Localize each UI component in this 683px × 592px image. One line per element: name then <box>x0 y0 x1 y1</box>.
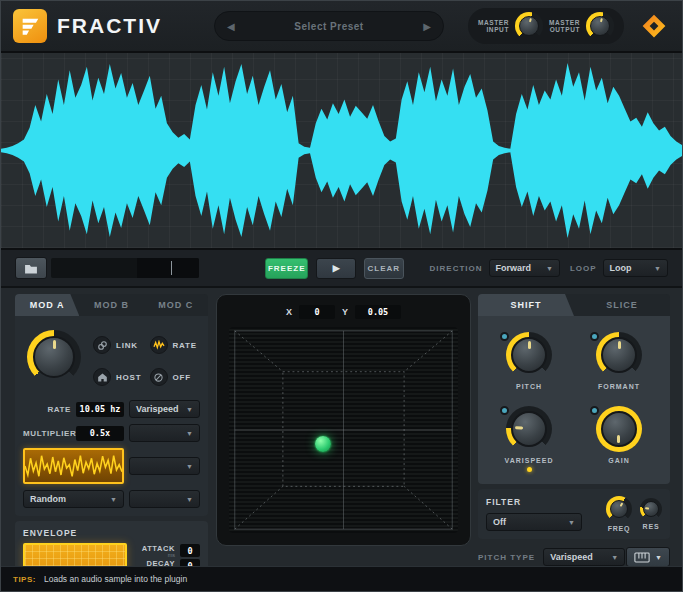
varispeed-cell: VARISPEED <box>484 400 574 472</box>
mod-tabs: MOD A MOD B MOD C <box>15 294 208 316</box>
header-bar: FRACTIV ◀ Select Preset ▶ MASTERINPUT MA… <box>1 1 682 53</box>
y-label: Y <box>342 307 348 317</box>
pitch-type-select[interactable]: Varispeed ▼ <box>543 548 625 566</box>
chevron-down-icon: ▼ <box>654 265 661 272</box>
shift-panel: PITCH FORMANT VARISPEED <box>478 316 670 484</box>
master-input-knob[interactable] <box>515 12 543 40</box>
chevron-down-icon: ▼ <box>186 496 193 503</box>
pitch-mod-indicator[interactable] <box>500 332 509 341</box>
main-area: MOD A MOD B MOD C LINK <box>1 288 682 562</box>
transport-bar: FREEZE ▶ CLEAR DIRECTION Forward ▼ LOOP … <box>1 250 682 288</box>
play-button[interactable]: ▶ <box>316 258 356 279</box>
sample-display[interactable] <box>51 258 199 278</box>
preset-next-icon[interactable]: ▶ <box>423 21 431 32</box>
tips-label: TIPS: <box>13 575 36 584</box>
gain-mod-indicator[interactable] <box>590 406 599 415</box>
multiplier-label: MULTIPLIER <box>23 429 71 438</box>
preset-label[interactable]: Select Preset <box>294 21 363 32</box>
y-value[interactable]: 0.05 <box>355 305 401 319</box>
tab-mod-b[interactable]: MOD B <box>79 294 143 316</box>
brand-diamond-icon <box>638 10 670 42</box>
mod-host-button[interactable]: HOST <box>93 368 144 386</box>
varispeed-led <box>527 467 532 472</box>
keyboard-mode-button[interactable]: ▼ <box>626 547 670 567</box>
folder-icon <box>24 263 38 274</box>
chevron-down-icon: ▼ <box>655 554 662 561</box>
tab-shift[interactable]: SHIFT <box>478 294 574 316</box>
master-input-label: MASTERINPUT <box>478 19 509 34</box>
clear-button[interactable]: CLEAR <box>364 258 404 279</box>
res-knob[interactable] <box>640 498 662 520</box>
res-cell: RES <box>640 498 662 530</box>
filter-title: FILTER <box>486 497 598 507</box>
shift-tabs: SHIFT SLICE <box>478 294 670 316</box>
waveform-shape <box>1 63 682 238</box>
direction-label: DIRECTION <box>430 264 483 273</box>
mod-target-select-2[interactable]: ▼ <box>129 457 200 475</box>
mod-shape-wave <box>25 456 122 476</box>
mod-rate-knob[interactable] <box>27 330 81 384</box>
chevron-down-icon: ▼ <box>110 496 117 503</box>
waveform-display[interactable] <box>1 53 682 250</box>
app-title: FRACTIV <box>57 14 162 38</box>
freq-knob[interactable] <box>606 496 632 522</box>
varispeed-knob[interactable] <box>506 406 552 452</box>
x-label: X <box>286 307 292 317</box>
mod-shape-select[interactable]: Random▼ <box>23 490 124 508</box>
rate-value[interactable]: 10.05 hz <box>76 402 124 417</box>
xy-pad[interactable] <box>229 327 458 533</box>
tab-slice[interactable]: SLICE <box>574 294 670 316</box>
preset-prev-icon[interactable]: ◀ <box>227 21 235 32</box>
direction-select[interactable]: Forward ▼ <box>489 259 560 277</box>
off-slash-icon <box>150 368 168 386</box>
mod-panel: LINK RATE HOST <box>15 316 208 516</box>
filter-type-select[interactable]: Off ▼ <box>486 513 582 531</box>
tips-text: Loads an audio sample into the plugin <box>44 574 187 584</box>
xy-ball[interactable] <box>315 436 331 452</box>
mod-target-select-3[interactable]: ▼ <box>129 490 200 508</box>
attack-value[interactable]: 0 <box>180 544 200 557</box>
gain-knob[interactable] <box>596 406 642 452</box>
load-sample-button[interactable] <box>15 257 47 279</box>
preset-selector[interactable]: ◀ Select Preset ▶ <box>214 11 444 41</box>
mod-link-button[interactable]: LINK <box>93 336 144 354</box>
chevron-down-icon: ▼ <box>186 406 193 413</box>
chevron-down-icon: ▼ <box>186 463 193 470</box>
chevron-down-icon: ▼ <box>546 265 553 272</box>
master-output-knob[interactable] <box>586 12 614 40</box>
mod-off-button[interactable]: OFF <box>150 368 201 386</box>
pitch-cell: PITCH <box>484 326 574 390</box>
loop-select[interactable]: Loop ▼ <box>603 259 668 277</box>
mod-target-select-1[interactable]: ▼ <box>129 424 200 442</box>
formant-mod-indicator[interactable] <box>590 332 599 341</box>
rate-label: RATE <box>23 405 71 414</box>
x-value[interactable]: 0 <box>299 305 335 319</box>
xy-grid <box>229 327 458 533</box>
master-output-label: MASTEROUTPUT <box>549 19 580 34</box>
rate-mode-select[interactable]: Varispeed▼ <box>129 400 200 418</box>
link-icon <box>93 336 111 354</box>
attack-row: ATTACKms 0 <box>135 544 200 557</box>
formant-knob[interactable] <box>596 332 642 378</box>
xy-pad-section: X 0 Y 0.05 <box>216 294 471 546</box>
freq-cell: FREQ <box>606 496 632 532</box>
filter-panel: FILTER Off ▼ FREQ RES <box>478 489 670 539</box>
varispeed-mod-indicator[interactable] <box>500 406 509 415</box>
gain-cell: GAIN <box>574 400 664 472</box>
plugin-window: FRACTIV ◀ Select Preset ▶ MASTERINPUT MA… <box>0 0 683 592</box>
mod-shape-preview[interactable] <box>23 448 124 484</box>
tips-bar: TIPS: Loads an audio sample into the plu… <box>1 566 682 591</box>
loop-label: LOOP <box>570 264 597 273</box>
tab-mod-c[interactable]: MOD C <box>144 294 208 316</box>
home-icon <box>93 368 111 386</box>
rate-wave-icon <box>150 336 168 354</box>
mod-rate-button[interactable]: RATE <box>150 336 201 354</box>
multiplier-value[interactable]: 0.5x <box>76 426 124 441</box>
fractiv-logo-icon <box>13 9 47 43</box>
tab-mod-a[interactable]: MOD A <box>15 294 79 316</box>
pitch-type-label: PITCH TYPE <box>478 553 535 562</box>
chevron-down-icon: ▼ <box>611 554 618 561</box>
pitch-knob[interactable] <box>506 332 552 378</box>
freeze-button[interactable]: FREEZE <box>265 258 309 279</box>
playhead-cursor <box>171 261 172 275</box>
